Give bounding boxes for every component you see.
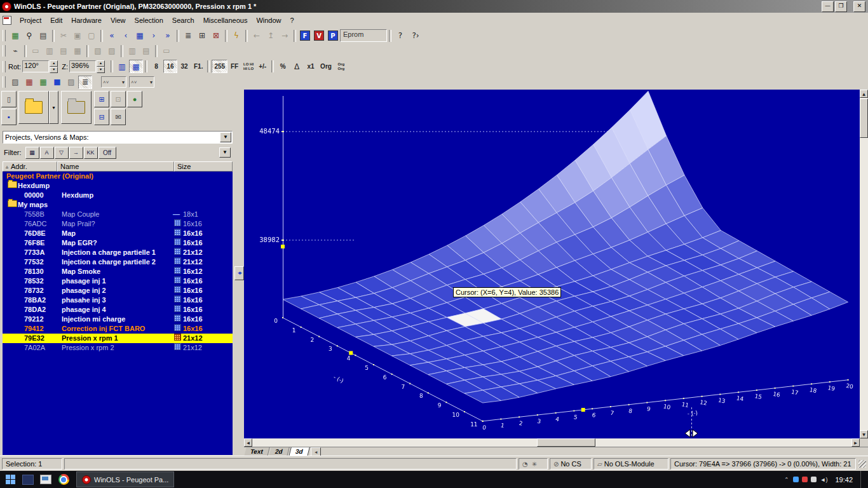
taskbar-clock[interactable]: 19:42 <box>831 476 857 484</box>
import-window-icon[interactable]: ⊞ <box>94 91 109 107</box>
spin-down-button[interactable]: ▾ <box>50 67 58 73</box>
column-size[interactable]: Size <box>174 161 233 172</box>
nav-table-icon[interactable]: ▦ <box>133 29 147 43</box>
taskbar-app-1[interactable] <box>20 472 36 487</box>
map-edit-icon[interactable]: ▨ <box>8 76 22 89</box>
new-project-icon[interactable]: ▯ <box>1 91 17 107</box>
original-button[interactable]: Org <box>318 60 334 73</box>
context-help-icon[interactable]: ?› <box>407 29 424 43</box>
paste-icon[interactable]: ▢ <box>85 29 98 43</box>
show-desktop-button[interactable] <box>860 471 864 488</box>
scroll-right-button[interactable]: ▶ <box>851 438 860 447</box>
tree-map-row[interactable]: 76D8EMap16x16 <box>3 229 233 238</box>
window-icon[interactable]: ⊡ <box>111 91 126 107</box>
spin-value[interactable]: 396% <box>69 60 96 72</box>
width-8-button[interactable]: 8 <box>149 60 163 73</box>
nav-first-icon[interactable]: « <box>105 29 119 43</box>
tray-icon-3[interactable] <box>811 477 817 482</box>
map-pattern-icon[interactable]: ▨ <box>64 76 78 89</box>
tab-2d[interactable]: 2d <box>269 447 289 456</box>
maximize-button[interactable]: ❐ <box>835 1 847 12</box>
column-name[interactable]: Name <box>57 161 174 172</box>
nav-prev-icon[interactable]: ‹ <box>119 29 133 43</box>
tree-map-row[interactable]: 78732phasage inj 216x16 <box>3 286 233 295</box>
p-view-icon[interactable]: P <box>326 29 340 43</box>
save-project-icon[interactable]: ▪ <box>1 109 17 125</box>
export-window-icon[interactable]: ⊟ <box>94 109 109 125</box>
zoom-selection-icon[interactable]: ⊞ <box>195 29 209 43</box>
tab-text[interactable]: Text <box>244 447 269 456</box>
map-list-icon[interactable]: ≣ <box>78 76 92 89</box>
splitter-collapse-button[interactable]: ◂▸ <box>234 266 244 280</box>
signed-button[interactable]: +/- <box>255 60 269 73</box>
filter-off-button[interactable]: Off <box>98 147 116 159</box>
nav-next-icon[interactable]: › <box>147 29 161 43</box>
nav-last-icon[interactable]: » <box>161 29 175 43</box>
spin-value[interactable]: 120° <box>22 60 49 72</box>
tree-map-row[interactable]: 79E32Pression x rpm 121x12 <box>3 334 233 343</box>
menu-miscellaneous[interactable]: Miscellaneous <box>199 15 252 26</box>
menu-window[interactable]: Window <box>252 15 285 26</box>
tree-map-row[interactable]: 78DA2phasage inj 416x16 <box>3 305 233 315</box>
spin-up-button[interactable]: ▴ <box>97 60 105 67</box>
horizontal-scroll-thumb[interactable] <box>537 438 595 447</box>
filter-dropdown-button[interactable]: ▼ <box>219 147 231 158</box>
width-32-button[interactable]: 32 <box>177 60 191 73</box>
tree-map-row[interactable]: 78BA2phasahe inj 316x16 <box>3 295 233 305</box>
tree-folder-row[interactable]: Hexdump <box>3 181 233 191</box>
tray-expand-icon[interactable]: ⌃ <box>784 477 789 483</box>
menu-?[interactable]: ? <box>286 15 299 26</box>
scroll-down-button[interactable]: ▼ <box>860 430 868 438</box>
list-view-icon[interactable]: ≣ <box>181 29 195 43</box>
view-grid-icon[interactable]: ▦ <box>129 60 143 73</box>
tree-map-row[interactable]: 7558BMap Couple—18x1 <box>3 210 233 219</box>
winols-task-button[interactable]: WinOLS - Peugeot Pa... <box>76 471 174 487</box>
filter-button-2[interactable]: A <box>40 147 54 159</box>
maps-combobox[interactable]: Projects, Versions & Maps: ▼ <box>3 131 233 144</box>
hex-display-button[interactable]: FF <box>227 60 241 73</box>
online-icon[interactable]: ● <box>127 91 142 107</box>
tree-folder-row[interactable]: My maps <box>3 200 233 210</box>
tree-map-row[interactable]: 76ADCMap Prail?16x16 <box>3 219 233 229</box>
tray-icon-1[interactable] <box>793 477 799 482</box>
zoom-search-icon[interactable]: ⊠ <box>209 29 223 43</box>
back-icon[interactable]: ← <box>250 29 264 43</box>
menu-search[interactable]: Search <box>168 15 199 26</box>
org-org-button[interactable]: OrgOrg <box>334 60 348 73</box>
toolbar-grip[interactable] <box>3 61 6 72</box>
open-project-button[interactable] <box>18 91 49 124</box>
hw-icon-2[interactable]: ▥ <box>43 44 57 58</box>
chevron-down-icon[interactable]: ▼ <box>220 132 231 142</box>
axis-selector-2[interactable]: ˄˅▾ <box>129 76 154 88</box>
byteorder-button[interactable]: LO HIHI LO <box>241 60 255 73</box>
decimal-display-button[interactable]: 255 <box>212 60 227 73</box>
taskbar-app-2[interactable] <box>38 472 53 487</box>
panel-splitter[interactable]: ◂▸ <box>234 90 244 456</box>
toolbar-grip[interactable] <box>3 30 6 41</box>
percent-button[interactable]: % <box>276 60 290 73</box>
view-text-icon[interactable]: ▥ <box>115 60 129 73</box>
minimize-button[interactable]: — <box>822 1 834 12</box>
tree-map-row[interactable]: 78532phasage inj 116x16 <box>3 276 233 286</box>
filter-button-3[interactable]: ▽ <box>55 147 69 159</box>
tray-icon-2[interactable] <box>802 477 808 482</box>
quick-action-icon[interactable]: ϟ <box>229 29 243 43</box>
start-button[interactable] <box>3 472 18 487</box>
filter-button-1[interactable]: ▦ <box>25 147 39 159</box>
close-button[interactable]: ✕ <box>853 1 865 12</box>
tree-project-row[interactable]: Peugeot Partner (Original) <box>3 172 233 181</box>
tree-map-row[interactable]: 78130Map Smoke16x12 <box>3 267 233 276</box>
hardware-connect-icon[interactable]: ⌁ <box>8 44 22 58</box>
cut-icon[interactable]: ✂ <box>57 29 71 43</box>
help-icon[interactable]: ? <box>393 29 407 43</box>
send-mail-icon[interactable]: ✉ <box>111 109 126 125</box>
menu-project[interactable]: Project <box>15 15 46 26</box>
search-icon[interactable]: ⚲ <box>22 29 36 43</box>
menu-view[interactable]: View <box>106 15 130 26</box>
filter-button-5[interactable]: KK <box>84 147 98 159</box>
menu-edit[interactable]: Edit <box>46 15 67 26</box>
scroll-left-button[interactable]: ◀ <box>244 438 252 447</box>
tree-map-row[interactable]: 76F8EMap EGR?16x16 <box>3 238 233 248</box>
factor-button[interactable]: x1 <box>304 60 318 73</box>
delta-button[interactable]: Δ <box>290 60 304 73</box>
